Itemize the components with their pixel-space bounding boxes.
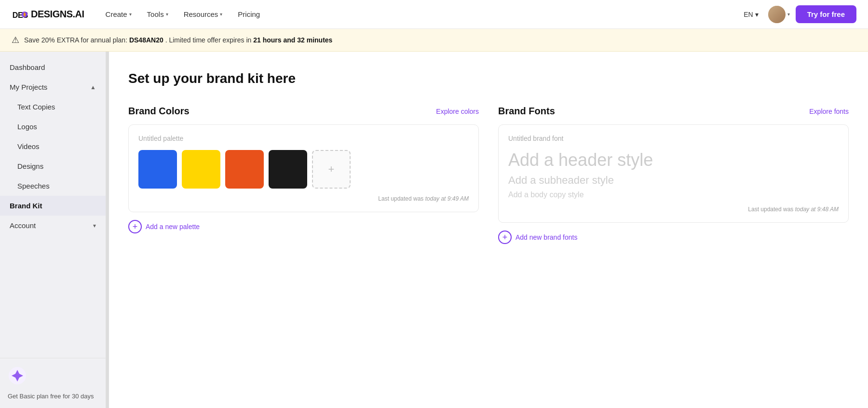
sidebar-item-brand-kit[interactable]: Brand Kit (0, 196, 106, 216)
countdown-timer: 21 hours and 32 minutes (253, 36, 332, 44)
color-swatches: + (138, 150, 469, 189)
sidebar-item-account[interactable]: Account ▾ (0, 216, 106, 235)
add-palette-row[interactable]: + Add a new palette (128, 220, 479, 233)
sidebar-item-my-projects[interactable]: My Projects ▲ (0, 77, 106, 97)
nav-right: EN ▾ ▾ Try for free (740, 5, 856, 23)
brand-sections: Brand Colors Explore colors Untitled pal… (128, 106, 849, 244)
nav-create[interactable]: Create ▾ (100, 7, 137, 21)
resources-chevron-icon: ▾ (220, 12, 222, 17)
font-header-preview[interactable]: Add a header style (508, 150, 839, 170)
add-palette-label: Add a new palette (146, 223, 200, 231)
font-last-updated: Last updated was today at 9:48 AM (508, 206, 839, 213)
sidebar-bottom: Get Basic plan free for 30 days (0, 358, 106, 408)
account-chevron-icon: ▾ (93, 222, 96, 229)
brand-colors-title: Brand Colors (128, 106, 190, 117)
my-projects-chevron-icon: ▲ (90, 84, 96, 91)
explore-fonts-link[interactable]: Explore fonts (809, 108, 849, 115)
add-font-icon: + (498, 231, 512, 244)
page-title: Set up your brand kit here (128, 71, 849, 86)
sidebar: Dashboard My Projects ▲ Text Copies Logo… (0, 52, 106, 408)
palette-last-updated: Last updated was today at 9:49 AM (138, 195, 469, 202)
brand-colors-header: Brand Colors Explore colors (128, 106, 479, 117)
sidebar-item-dashboard[interactable]: Dashboard (0, 57, 106, 77)
create-chevron-icon: ▾ (129, 12, 132, 17)
color-swatch-yellow[interactable] (182, 150, 220, 189)
add-palette-icon: + (128, 220, 142, 233)
font-body-preview[interactable]: Add a body copy style (508, 190, 839, 199)
nav-links: Create ▾ Tools ▾ Resources ▾ Pricing (100, 7, 725, 21)
tools-chevron-icon: ▾ (166, 12, 168, 17)
app-layout: Dashboard My Projects ▲ Text Copies Logo… (0, 52, 868, 408)
color-swatch-black[interactable] (269, 150, 307, 189)
avatar-chevron-icon: ▾ (787, 12, 790, 17)
nav-pricing[interactable]: Pricing (232, 7, 266, 21)
brand-fonts-title: Brand Fonts (498, 106, 555, 117)
nav-tools[interactable]: Tools ▾ (141, 7, 174, 21)
lang-chevron-icon: ▾ (755, 11, 759, 18)
palette-card: Untitled palette + Last updated was toda… (128, 124, 479, 212)
add-font-label: Add new brand fonts (515, 233, 577, 241)
color-swatch-orange[interactable] (225, 150, 264, 189)
palette-name: Untitled palette (138, 135, 469, 142)
sidebar-item-designs[interactable]: Designs (0, 156, 106, 176)
sidebar-nav: Dashboard My Projects ▲ Text Copies Logo… (0, 52, 106, 358)
font-card: Untitled brand font Add a header style A… (498, 124, 849, 223)
brand-icon (8, 366, 27, 385)
brand-fonts-header: Brand Fonts Explore fonts (498, 106, 849, 117)
avatar-image (768, 6, 786, 23)
language-selector[interactable]: EN ▾ (740, 9, 762, 20)
font-name: Untitled brand font (508, 135, 839, 142)
avatar (768, 6, 786, 23)
sidebar-item-speeches[interactable]: Speeches (0, 176, 106, 196)
promo-code: DS48AN20 (129, 36, 163, 44)
add-font-row[interactable]: + Add new brand fonts (498, 231, 849, 244)
user-avatar-button[interactable]: ▾ (768, 6, 790, 23)
try-free-button[interactable]: Try for free (796, 5, 856, 23)
banner-text: Save 20% EXTRA for annual plan: DS48AN20… (24, 36, 332, 44)
nav-resources[interactable]: Resources ▾ (178, 7, 229, 21)
main-content: Set up your brand kit here Brand Colors … (109, 52, 868, 408)
logo-text: DESIGNS.AI (31, 9, 84, 20)
color-swatch-blue[interactable] (138, 150, 177, 189)
brand-colors-section: Brand Colors Explore colors Untitled pal… (128, 106, 479, 244)
sidebar-promo-text: Get Basic plan free for 30 days (8, 392, 98, 401)
brand-fonts-section: Brand Fonts Explore fonts Untitled brand… (498, 106, 849, 244)
warning-icon: ⚠ (12, 35, 19, 45)
explore-colors-link[interactable]: Explore colors (436, 108, 479, 115)
sidebar-item-text-copies[interactable]: Text Copies (0, 97, 106, 117)
sidebar-item-logos[interactable]: Logos (0, 117, 106, 136)
add-color-button[interactable]: + (312, 150, 351, 189)
logo[interactable]: DES DESIGNS.AI (12, 6, 84, 23)
promo-banner: ⚠ Save 20% EXTRA for annual plan: DS48AN… (0, 29, 868, 52)
sidebar-item-videos[interactable]: Videos (0, 136, 106, 156)
font-subheader-preview[interactable]: Add a subheader style (508, 174, 839, 187)
navbar: DES DESIGNS.AI Create ▾ Tools ▾ Resource… (0, 0, 868, 29)
